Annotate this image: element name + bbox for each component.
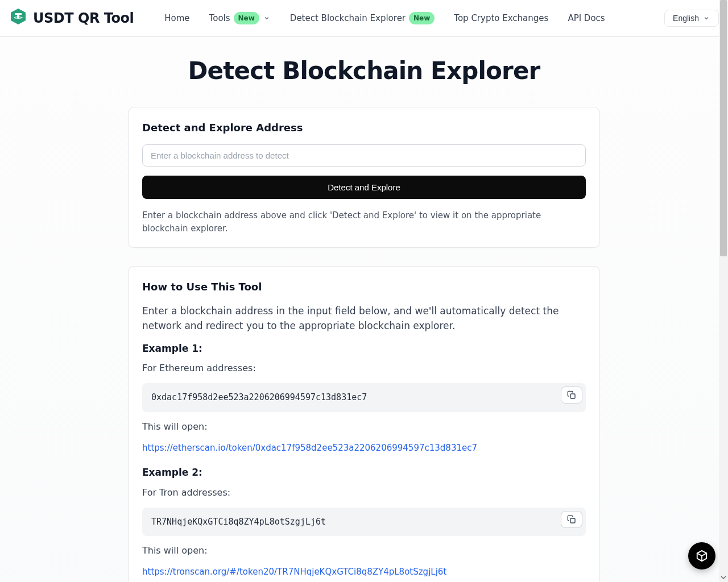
nav-exchanges-label: Top Crypto Exchanges	[454, 12, 548, 25]
nav-tools-label: Tools	[209, 12, 230, 25]
example-2-heading: Example 2:	[142, 465, 586, 480]
howto-card: How to Use This Tool Enter a blockchain …	[128, 266, 600, 582]
svg-rect-1	[570, 518, 575, 523]
example-1-heading: Example 1:	[142, 342, 586, 356]
nav-home-label: Home	[164, 12, 189, 25]
navbar: USDT QR Tool Home Tools New Detect Block…	[0, 0, 728, 37]
example-1-open-label: This will open:	[142, 420, 586, 434]
address-input[interactable]	[142, 144, 586, 167]
tether-logo-icon	[9, 7, 27, 30]
example-1-url[interactable]: https://etherscan.io/token/0xdac17f958d2…	[142, 442, 586, 455]
example-1-code: 0xdac17f958d2ee523a2206206994597c13d831e…	[151, 392, 367, 402]
svg-rect-0	[570, 394, 575, 398]
copy-icon	[567, 390, 576, 400]
scroll-thumb[interactable]	[720, 0, 727, 256]
copy-icon	[567, 515, 576, 524]
nav-tools[interactable]: Tools New	[201, 7, 279, 30]
chevron-down-icon	[263, 14, 271, 22]
page-body: Detect Blockchain Explorer Detect and Ex…	[0, 37, 728, 582]
page-title: Detect Blockchain Explorer	[0, 37, 728, 107]
howto-intro: Enter a blockchain address in the input …	[142, 304, 586, 334]
nav-api-docs[interactable]: API Docs	[560, 7, 613, 30]
language-selector[interactable]: English	[664, 10, 719, 27]
scroll-down-arrow-icon[interactable]	[719, 573, 728, 582]
fab-3d-button[interactable]	[688, 542, 715, 569]
example-2-open-label: This will open:	[142, 544, 586, 558]
example-2-code-block: TR7NHqjeKQxGTCi8q8ZY4pL8otSzgjLj6t	[142, 508, 586, 537]
page-scrollbar[interactable]	[719, 0, 728, 582]
box-3d-icon	[696, 550, 708, 562]
nav-exchanges[interactable]: Top Crypto Exchanges	[446, 7, 556, 30]
brand-link[interactable]: USDT QR Tool	[9, 7, 134, 30]
nav-detect-explorer[interactable]: Detect Blockchain Explorer New	[282, 7, 442, 30]
language-label: English	[673, 14, 699, 23]
nav-detect-badge: New	[409, 12, 435, 24]
detect-and-explore-button[interactable]: Detect and Explore	[142, 176, 586, 199]
detect-card: Detect and Explore Address Detect and Ex…	[128, 107, 600, 248]
example-2-label: For Tron addresses:	[142, 486, 586, 500]
brand-name: USDT QR Tool	[33, 8, 134, 28]
nav-api-label: API Docs	[568, 12, 605, 25]
example-2-url[interactable]: https://tronscan.org/#/token20/TR7NHqjeK…	[142, 566, 586, 579]
example-1-code-block: 0xdac17f958d2ee523a2206206994597c13d831e…	[142, 383, 586, 412]
detect-hint: Enter a blockchain address above and cli…	[142, 209, 586, 235]
example-1-copy-button[interactable]	[561, 386, 582, 404]
chevron-down-icon	[702, 14, 710, 22]
nav-home[interactable]: Home	[156, 7, 197, 30]
example-2-code: TR7NHqjeKQxGTCi8q8ZY4pL8otSzgjLj6t	[151, 517, 326, 527]
nav-detect-label: Detect Blockchain Explorer	[290, 12, 406, 25]
howto-heading: How to Use This Tool	[142, 279, 586, 294]
nav-links: Home Tools New Detect Blockchain Explore…	[156, 7, 613, 30]
detect-card-heading: Detect and Explore Address	[142, 120, 586, 135]
example-2-copy-button[interactable]	[561, 511, 582, 528]
example-1-label: For Ethereum addresses:	[142, 361, 586, 375]
nav-tools-badge: New	[234, 12, 259, 24]
